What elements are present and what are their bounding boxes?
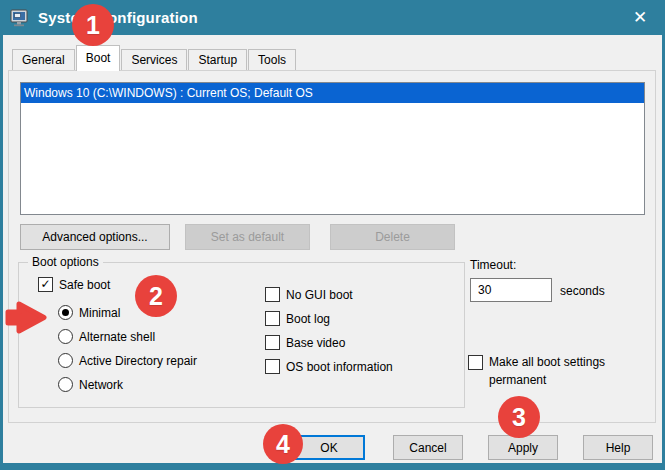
timeout-input[interactable] — [470, 278, 552, 302]
annotation-badge-2: 2 — [135, 275, 177, 317]
make-permanent-checkbox[interactable]: Make all boot settings permanent — [468, 353, 621, 389]
checkbox-icon — [265, 311, 280, 326]
radio-icon — [58, 329, 73, 344]
advanced-options-button[interactable]: Advanced options... — [20, 224, 170, 250]
delete-button: Delete — [330, 224, 455, 250]
radio-alternate-shell[interactable]: Alternate shell — [58, 329, 155, 344]
network-label: Network — [79, 378, 123, 392]
tab-boot[interactable]: Boot — [76, 45, 121, 71]
checkbox-icon — [265, 359, 280, 374]
tab-startup[interactable]: Startup — [188, 49, 247, 70]
window-title: System Configuration — [38, 9, 198, 26]
radio-icon — [58, 353, 73, 368]
active-directory-repair-label: Active Directory repair — [79, 354, 197, 368]
os-boot-information-label: OS boot information — [286, 360, 393, 374]
checkbox-icon — [265, 287, 280, 302]
tab-strip: General Boot Services Startup Tools — [12, 45, 297, 71]
tab-tools[interactable]: Tools — [248, 49, 296, 70]
ok-button[interactable]: OK — [293, 435, 365, 460]
safe-boot-checkbox[interactable]: ✓ Safe boot — [38, 277, 110, 292]
apply-button[interactable]: Apply — [488, 435, 558, 460]
timeout-unit-label: seconds — [560, 284, 605, 298]
checkbox-icon — [468, 355, 483, 370]
make-permanent-label: Make all boot settings permanent — [489, 353, 621, 389]
red-arrow-annotation-icon — [5, 299, 47, 336]
alternate-shell-label: Alternate shell — [79, 330, 155, 344]
close-icon[interactable]: ✕ — [625, 5, 655, 29]
help-button[interactable]: Help — [583, 435, 653, 460]
tab-general[interactable]: General — [12, 49, 75, 70]
base-video-label: Base video — [286, 336, 345, 350]
boot-entry-selected[interactable]: Windows 10 (C:\WINDOWS) : Current OS; De… — [21, 83, 644, 103]
safe-boot-label: Safe boot — [59, 278, 110, 292]
system-configuration-window: System Configuration ✕ General Boot Serv… — [0, 0, 665, 470]
cancel-button[interactable]: Cancel — [393, 435, 463, 460]
window-border-bottom — [0, 463, 665, 470]
checkbox-icon — [265, 335, 280, 350]
boot-log-checkbox[interactable]: Boot log — [265, 311, 330, 326]
annotation-badge-1: 1 — [72, 4, 114, 46]
radio-active-directory-repair[interactable]: Active Directory repair — [58, 353, 197, 368]
minimal-label: Minimal — [79, 306, 120, 320]
set-as-default-button: Set as default — [185, 224, 310, 250]
radio-icon — [58, 377, 73, 392]
checkbox-checked-icon: ✓ — [38, 277, 53, 292]
os-boot-information-checkbox[interactable]: OS boot information — [265, 359, 393, 374]
timeout-label: Timeout: — [470, 258, 516, 272]
no-gui-boot-checkbox[interactable]: No GUI boot — [265, 287, 353, 302]
boot-log-label: Boot log — [286, 312, 330, 326]
msconfig-app-icon — [10, 9, 30, 27]
annotation-badge-4: 4 — [263, 424, 303, 464]
radio-selected-icon — [58, 305, 73, 320]
radio-network[interactable]: Network — [58, 377, 123, 392]
no-gui-boot-label: No GUI boot — [286, 288, 353, 302]
window-border-left — [0, 35, 3, 470]
radio-minimal[interactable]: Minimal — [58, 305, 120, 320]
annotation-badge-3: 3 — [498, 396, 540, 438]
boot-options-group-label: Boot options — [28, 255, 103, 269]
boot-entries-listbox[interactable]: Windows 10 (C:\WINDOWS) : Current OS; De… — [20, 82, 645, 215]
base-video-checkbox[interactable]: Base video — [265, 335, 345, 350]
tab-services[interactable]: Services — [121, 49, 187, 70]
